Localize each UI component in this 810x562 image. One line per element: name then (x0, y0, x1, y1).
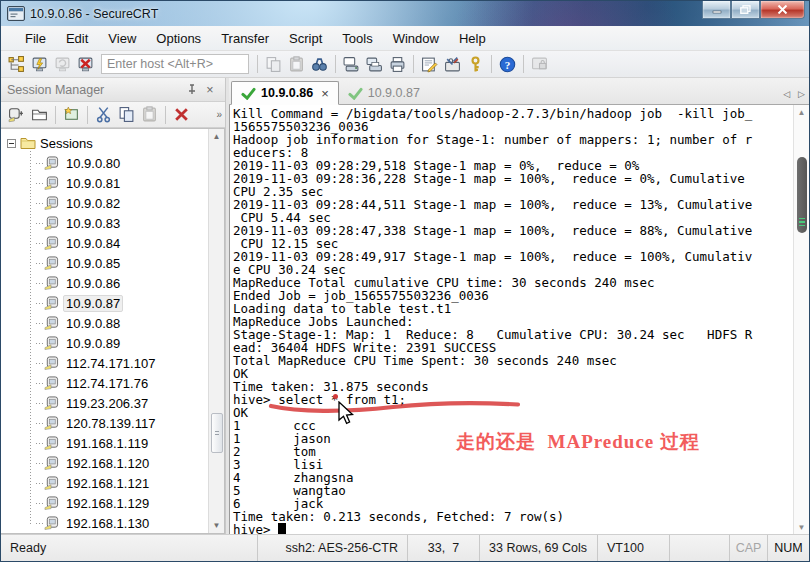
more-buttons-chevron[interactable]: » (216, 109, 221, 120)
terminal-screen[interactable]: Kill Command = /bigdata/tools/hadoop-2.7… (230, 105, 793, 534)
session-icon (44, 256, 59, 270)
terminal-line: OK (233, 406, 793, 419)
menu-item[interactable]: Window (383, 28, 449, 49)
menu-item[interactable]: View (98, 28, 146, 49)
menu-item[interactable]: Help (449, 28, 496, 49)
tab-scroll-left-icon[interactable]: ◁ (783, 89, 790, 99)
session-item[interactable]: 119.23.206.37 (7, 393, 208, 413)
delete-session-button[interactable] (170, 103, 193, 126)
close-button[interactable] (760, 1, 805, 19)
session-list: 10.9.0.80 10.9.0.81 10.9.0.82 (7, 153, 208, 533)
help-button[interactable]: ? (496, 53, 519, 76)
session-item[interactable]: 10.9.0.86 (7, 273, 208, 293)
toolbar-separator (413, 55, 414, 73)
session-label: 112.74.171.107 (63, 355, 158, 372)
print-button[interactable] (386, 53, 409, 76)
session-item[interactable]: 10.9.0.85 (7, 253, 208, 273)
session-item[interactable]: 192.168.1.129 (7, 493, 208, 513)
menu-items: FileEditViewOptionsTransferScriptToolsWi… (15, 28, 496, 49)
session-item[interactable]: 10.9.0.81 (7, 173, 208, 193)
menu-item[interactable]: Edit (56, 28, 98, 49)
session-item[interactable]: 192.168.1.121 (7, 473, 208, 493)
session-item[interactable]: 10.9.0.89 (7, 333, 208, 353)
session-item[interactable]: 191.168.1.119 (7, 433, 208, 453)
session-icon (44, 356, 59, 370)
menu-item[interactable]: Tools (332, 28, 382, 49)
session-label: 10.9.0.83 (63, 215, 123, 232)
menu-item[interactable]: Transfer (211, 28, 279, 49)
quick-connect-button[interactable] (28, 53, 51, 76)
tab-10.9.0.86[interactable]: 10.9.0.86 × (231, 81, 339, 105)
sessions-root-node[interactable]: Sessions (7, 133, 208, 153)
session-manager-toggle-button[interactable] (5, 53, 28, 76)
terminal-line: Hadoop job information for Stage-1: numb… (233, 133, 793, 146)
terminal-output: Kill Command = /bigdata/tools/hadoop-2.7… (233, 107, 793, 534)
reconnect-button[interactable] (51, 53, 74, 76)
new-session-button[interactable] (60, 103, 83, 126)
svg-text:?: ? (505, 58, 511, 70)
session-item[interactable]: 112.74.171.76 (7, 373, 208, 393)
session-label: 120.78.139.117 (63, 415, 158, 432)
connect-session-button[interactable] (5, 103, 28, 126)
print-setup-button[interactable] (363, 53, 386, 76)
terminal-scrollbar[interactable]: ▲ ▼ (793, 105, 809, 534)
session-item[interactable]: 10.9.0.84 (7, 233, 208, 253)
status-cursor-position: 33, 7 (407, 535, 479, 561)
folder-icon (20, 136, 36, 150)
scroll-down-arrow[interactable]: ▼ (794, 520, 809, 534)
menu-item[interactable]: File (15, 28, 56, 49)
terminal-line: hive> select * from t1; (233, 393, 793, 406)
scroll-up-arrow[interactable]: ▲ (794, 105, 809, 119)
tab-bar: 10.9.0.86 × 10.9.0.87 ◁ ▷ (229, 78, 809, 105)
collapse-expander[interactable] (7, 139, 16, 148)
session-manager-panel: Session Manager × (1, 78, 226, 534)
tab-10.9.0.87[interactable]: 10.9.0.87 (339, 81, 429, 105)
session-tree-scrollbar[interactable]: ▲ ▼ (208, 129, 224, 533)
session-icon (44, 236, 59, 250)
session-item[interactable]: 192.168.1.120 (7, 453, 208, 473)
key-agent-button[interactable] (464, 53, 487, 76)
scrollbar-thumb[interactable] (211, 413, 223, 453)
print-screen-button[interactable] (340, 53, 363, 76)
session-item[interactable]: 10.9.0.80 (7, 153, 208, 173)
session-icon (44, 416, 59, 430)
toolbar-separator (165, 106, 166, 124)
session-item[interactable]: 10.9.0.87 (7, 293, 208, 313)
scrollbar-thumb[interactable] (797, 157, 807, 233)
tab-scroll-right-icon[interactable]: ▷ (798, 89, 805, 99)
session-item[interactable]: 10.9.0.88 (7, 313, 208, 333)
open-folder-button[interactable] (28, 103, 51, 126)
global-options-button[interactable] (441, 53, 464, 76)
paste-session-button[interactable] (138, 103, 161, 126)
copy-button[interactable] (262, 53, 285, 76)
terminal-line: Time taken: 0.213 seconds, Fetched: 7 ro… (233, 510, 793, 523)
maximize-button[interactable] (731, 1, 760, 19)
menu-item[interactable]: Options (146, 28, 211, 49)
session-item[interactable]: 10.9.0.82 (7, 193, 208, 213)
screen-lock-button[interactable] (528, 53, 551, 76)
session-item[interactable]: 10.9.0.83 (7, 213, 208, 233)
pin-panel-button[interactable] (183, 82, 201, 98)
scroll-up-arrow[interactable]: ▲ (210, 129, 224, 144)
title-bar[interactable]: 10.9.0.86 - SecureCRT (1, 1, 809, 26)
copy-session-button[interactable] (115, 103, 138, 126)
session-item[interactable]: 112.74.171.107 (7, 353, 208, 373)
session-item[interactable]: 192.168.1.130 (7, 513, 208, 533)
sessions-root-label: Sessions (40, 136, 93, 151)
cut-button[interactable] (92, 103, 115, 126)
session-label: 192.168.1.120 (63, 455, 152, 472)
paste-button[interactable] (285, 53, 308, 76)
minimize-button[interactable] (702, 1, 731, 19)
session-item[interactable]: 120.78.139.117 (7, 413, 208, 433)
close-panel-button[interactable]: × (201, 82, 219, 98)
terminal-line: Total MapReduce CPU Time Spent: 30 secon… (233, 354, 793, 367)
scroll-down-arrow[interactable]: ▼ (210, 518, 224, 533)
disconnect-button[interactable] (74, 53, 97, 76)
session-options-button[interactable] (418, 53, 441, 76)
find-button[interactable] (308, 53, 331, 76)
terminal-line: hive> (233, 523, 793, 534)
session-label: 119.23.206.37 (63, 395, 151, 412)
tab-close-icon[interactable]: × (321, 86, 329, 101)
quick-connect-host-input[interactable] (101, 54, 249, 74)
menu-item[interactable]: Script (279, 28, 332, 49)
